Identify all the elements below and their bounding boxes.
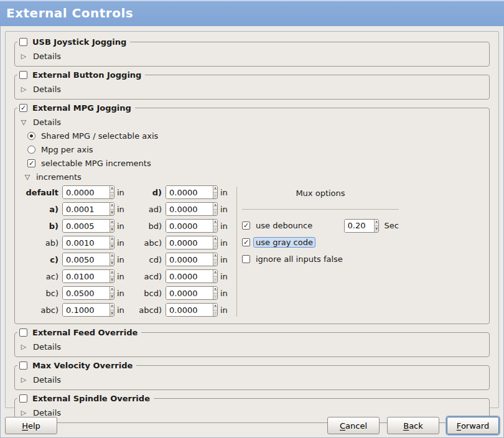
section-max-velocity: Max Velocity Override ▷ Details xyxy=(14,365,490,390)
spin-up-button[interactable]: ∧ xyxy=(110,304,114,310)
max-velocity-checkbox[interactable] xyxy=(19,361,27,370)
mux-separator xyxy=(242,209,399,210)
spin-down-button[interactable]: ∨ xyxy=(213,243,217,249)
unit-label: in xyxy=(117,238,132,248)
usb-joystick-label[interactable]: USB Joystick Jogging xyxy=(32,37,126,47)
increment-input[interactable] xyxy=(63,236,110,249)
external-button-label[interactable]: External Button Jogging xyxy=(32,70,141,80)
increment-input[interactable] xyxy=(63,304,110,316)
increment-input[interactable] xyxy=(63,203,110,215)
section-external-button-header: External Button Jogging xyxy=(17,70,145,80)
increment-input[interactable] xyxy=(63,220,110,232)
increment-input[interactable] xyxy=(166,203,213,215)
spin-down-button[interactable]: ∨ xyxy=(110,294,114,300)
use-gray-code-label[interactable]: use gray code xyxy=(253,237,315,248)
spin-up-button[interactable]: ∧ xyxy=(375,220,378,226)
increment-label: abcd) xyxy=(134,305,163,315)
increment-input[interactable] xyxy=(166,304,213,316)
radio-mpg-per-axis[interactable] xyxy=(27,146,35,154)
spin-up-button[interactable]: ∧ xyxy=(213,270,217,277)
use-gray-code-checkbox[interactable]: ✓ xyxy=(242,238,250,246)
spin-down-button[interactable]: ∨ xyxy=(375,226,378,232)
spin-up-button[interactable]: ∧ xyxy=(110,253,114,260)
increment-label: acd) xyxy=(134,272,163,281)
spin-down-button[interactable]: ∨ xyxy=(213,294,217,300)
spindle-override-checkbox[interactable] xyxy=(19,394,27,403)
spin-down-button[interactable]: ∨ xyxy=(110,310,114,317)
spin-down-button[interactable]: ∨ xyxy=(213,193,217,199)
usb-joystick-details-expander[interactable]: ▷ Details xyxy=(20,49,484,63)
spin-down-button[interactable]: ∨ xyxy=(110,210,114,216)
cancel-button[interactable]: Cancel xyxy=(327,417,380,434)
spin-up-button[interactable]: ∧ xyxy=(213,220,217,226)
spin-down-button[interactable]: ∨ xyxy=(213,310,217,317)
increment-spinbox: ∧ ∨ xyxy=(62,185,114,199)
feed-override-checkbox[interactable] xyxy=(19,328,27,337)
spin-up-button[interactable]: ∧ xyxy=(213,186,217,193)
spin-down-button[interactable]: ∨ xyxy=(110,260,114,266)
back-button[interactable]: Back xyxy=(387,417,439,434)
spin-up-button[interactable]: ∧ xyxy=(110,186,114,193)
spin-up-button[interactable]: ∧ xyxy=(110,270,114,277)
spindle-override-label[interactable]: External Spindle Override xyxy=(32,393,150,404)
mux-options-title: Mux options xyxy=(242,187,399,202)
help-button[interactable]: Help xyxy=(5,417,57,434)
radio-shared-mpg-label[interactable]: Shared MPG / selectable axis xyxy=(41,131,158,141)
increment-input[interactable] xyxy=(63,270,110,282)
increment-input[interactable] xyxy=(166,253,213,266)
increment-input[interactable] xyxy=(63,287,110,299)
increment-input[interactable] xyxy=(166,186,213,198)
spin-down-button[interactable]: ∨ xyxy=(110,226,114,233)
spin-down-button[interactable]: ∨ xyxy=(110,243,114,249)
increment-input[interactable] xyxy=(63,186,110,198)
spin-down-button[interactable]: ∨ xyxy=(213,277,217,283)
max-velocity-details-expander[interactable]: ▷ Details xyxy=(20,373,484,386)
spin-down-button[interactable]: ∨ xyxy=(110,193,114,199)
increment-input[interactable] xyxy=(166,287,213,299)
spin-up-button[interactable]: ∧ xyxy=(213,304,217,310)
radio-shared-mpg[interactable] xyxy=(27,132,35,140)
spin-steppers: ∧ ∨ xyxy=(110,253,114,266)
spin-up-button[interactable]: ∧ xyxy=(110,236,114,243)
increment-input[interactable] xyxy=(166,236,213,249)
increment-input[interactable] xyxy=(63,253,110,266)
cancel-button-label: C xyxy=(340,421,345,431)
unit-label: in xyxy=(117,255,132,264)
external-mpg-checkbox[interactable]: ✓ xyxy=(19,104,27,112)
max-velocity-label[interactable]: Max Velocity Override xyxy=(32,360,133,371)
increment-label: bd) xyxy=(134,221,163,231)
external-button-details-expander[interactable]: ▷ Details xyxy=(20,82,484,96)
selectable-increments-label[interactable]: selectable MPG increments xyxy=(41,159,151,168)
external-button-checkbox[interactable] xyxy=(19,71,27,79)
feed-override-label[interactable]: External Feed Override xyxy=(32,327,138,338)
spin-down-button[interactable]: ∨ xyxy=(213,226,217,233)
spin-down-button[interactable]: ∨ xyxy=(213,210,217,216)
usb-joystick-checkbox[interactable] xyxy=(19,38,27,46)
external-mpg-label[interactable]: External MPG Jogging xyxy=(32,103,131,113)
feed-override-details-expander[interactable]: ▷ Details xyxy=(20,340,484,353)
use-debounce-label[interactable]: use debounce xyxy=(256,221,312,230)
spin-down-button[interactable]: ∨ xyxy=(110,277,114,283)
use-debounce-checkbox[interactable]: ✓ xyxy=(242,221,250,230)
spin-up-button[interactable]: ∧ xyxy=(213,253,217,260)
spin-up-button[interactable]: ∧ xyxy=(110,203,114,210)
ignore-inputs-checkbox[interactable] xyxy=(242,255,250,263)
increments-expander[interactable]: ▽ increments xyxy=(24,170,484,184)
spin-up-button[interactable]: ∧ xyxy=(110,220,114,226)
forward-button[interactable]: Forward xyxy=(447,417,499,434)
increment-input[interactable] xyxy=(166,220,213,232)
external-mpg-details-expander[interactable]: ▽ Details xyxy=(20,115,484,129)
spin-up-button[interactable]: ∧ xyxy=(213,287,217,294)
details-label: Details xyxy=(33,118,61,127)
spin-up-button[interactable]: ∧ xyxy=(213,236,217,243)
increment-input[interactable] xyxy=(166,270,213,282)
debounce-seconds-input[interactable] xyxy=(345,220,375,232)
spin-down-button[interactable]: ∨ xyxy=(213,260,217,266)
selectable-increments-checkbox[interactable]: ✓ xyxy=(27,159,35,167)
ignore-inputs-label[interactable]: ignore all inputs false xyxy=(256,254,343,264)
expander-closed-icon: ▷ xyxy=(20,376,27,384)
section-spindle-override-header: External Spindle Override xyxy=(17,393,154,404)
spin-up-button[interactable]: ∧ xyxy=(213,203,217,210)
radio-mpg-per-axis-label[interactable]: Mpg per axis xyxy=(41,145,93,154)
spin-up-button[interactable]: ∧ xyxy=(110,287,114,294)
